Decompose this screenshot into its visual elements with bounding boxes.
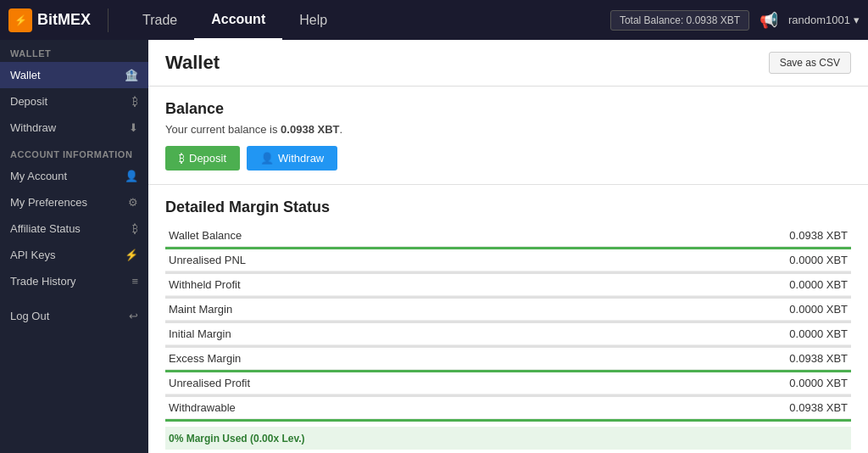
sidebar-deposit-label: Deposit — [10, 95, 47, 108]
margin-row: Withdrawable 0.0938 XBT — [165, 397, 851, 419]
margin-row: Initial Margin 0.0000 XBT — [165, 323, 851, 345]
preferences-icon: ⚙ — [121, 196, 138, 209]
balance-description: Your current balance is 0.0938 XBT. — [165, 123, 851, 136]
margin-row: Wallet Balance 0.0938 XBT — [165, 225, 851, 247]
logout-label: Log Out — [10, 310, 49, 322]
top-nav: ⚡ BitMEX Trade Account Help Total Balanc… — [0, 0, 868, 40]
account-icon: 👤 — [121, 170, 138, 182]
sidebar-withdraw-label: Withdraw — [10, 121, 56, 134]
nav-help[interactable]: Help — [282, 0, 344, 40]
username-label: random1001 — [788, 14, 850, 26]
balance-section-title: Balance — [165, 100, 851, 118]
balance-text-suffix: . — [339, 123, 342, 136]
logout-icon: ↩ — [121, 310, 138, 322]
balance-value: 0.0938 XBT — [281, 123, 339, 136]
margin-row-label: Unrealised PNL — [165, 249, 645, 271]
deposit-icon: ₿ — [179, 152, 185, 165]
sidebar-trade-history-label: Trade History — [10, 275, 76, 288]
deposit-button[interactable]: ₿ Deposit — [165, 146, 240, 171]
sidebar-preferences-label: My Preferences — [10, 196, 87, 209]
sidebar-account-header: Account Information — [0, 141, 148, 163]
sidebar-wallet-header: Wallet — [0, 40, 148, 62]
nav-trade[interactable]: Trade — [125, 0, 194, 40]
margin-row-label: Unrealised Profit — [165, 372, 645, 394]
sidebar-item-affiliate[interactable]: Affiliate Status ₿ — [0, 215, 148, 242]
margin-row: Unrealised PNL 0.0000 XBT — [165, 249, 851, 271]
user-menu[interactable]: random1001 ▾ — [788, 14, 860, 26]
wallet-icon: 🏦 — [121, 69, 138, 81]
margin-row-label: Maint Margin — [165, 299, 645, 321]
margin-table: Wallet Balance 0.0938 XBT Unrealised PNL… — [165, 225, 851, 422]
margin-row-value: 0.0938 XBT — [645, 397, 851, 419]
balance-section: Balance Your current balance is 0.0938 X… — [148, 87, 868, 185]
nav-account[interactable]: Account — [194, 0, 282, 40]
affiliate-icon: ₿ — [121, 222, 138, 235]
withdraw-label: Withdraw — [278, 152, 324, 165]
wallet-header: Wallet Save as CSV — [148, 40, 868, 87]
margin-row-value: 0.0938 XBT — [645, 225, 851, 247]
logo-icon: ⚡ — [8, 8, 32, 32]
content-area: Wallet Save as CSV Balance Your current … — [148, 40, 868, 453]
margin-row-value: 0.0000 XBT — [645, 372, 851, 394]
margin-row-value: 0.0000 XBT — [645, 249, 851, 271]
total-balance-badge: Total Balance: 0.0938 XBT — [610, 10, 749, 31]
sidebar-my-account-label: My Account — [10, 170, 67, 182]
sidebar-item-logout[interactable]: Log Out ↩ — [0, 303, 148, 329]
sidebar-item-deposit[interactable]: Deposit ₿ — [0, 88, 148, 115]
sidebar: Wallet Wallet 🏦 Deposit ₿ Withdraw ⬇ Acc… — [0, 40, 148, 453]
chevron-down-icon: ▾ — [854, 14, 860, 26]
balance-text-prefix: Your current balance is — [165, 123, 281, 136]
nav-right: Total Balance: 0.0938 XBT 📢 random1001 ▾ — [610, 10, 860, 31]
sidebar-item-api-keys[interactable]: API Keys ⚡ — [0, 242, 148, 268]
withdraw-button[interactable]: 👤 Withdraw — [247, 146, 337, 171]
sidebar-item-wallet[interactable]: Wallet 🏦 — [0, 62, 148, 88]
margin-row-label: Initial Margin — [165, 323, 645, 345]
margin-section: Detailed Margin Status Wallet Balance 0.… — [148, 185, 868, 453]
sidebar-item-my-preferences[interactable]: My Preferences ⚙ — [0, 189, 148, 215]
sidebar-wallet-label: Wallet — [10, 69, 41, 81]
margin-row-label: Withheld Profit — [165, 274, 645, 296]
margin-row-value: 0.0000 XBT — [645, 299, 851, 321]
withdraw-user-icon: 👤 — [260, 152, 274, 165]
save-csv-button[interactable]: Save as CSV — [769, 52, 851, 74]
nav-links: Trade Account Help — [125, 0, 610, 40]
margin-row: Unrealised Profit 0.0000 XBT — [165, 372, 851, 394]
deposit-label: Deposit — [189, 152, 226, 165]
margin-used-label: 0% Margin Used (0.00x Lev.) — [169, 433, 305, 445]
margin-row: Excess Margin 0.0938 XBT — [165, 348, 851, 370]
action-buttons: ₿ Deposit 👤 Withdraw — [165, 146, 851, 171]
margin-row-label: Wallet Balance — [165, 225, 645, 247]
margin-row-value: 0.0000 XBT — [645, 323, 851, 345]
margin-row: Maint Margin 0.0000 XBT — [165, 299, 851, 321]
margin-row-label: Excess Margin — [165, 348, 645, 370]
margin-row-label: Withdrawable — [165, 397, 645, 419]
notification-icon[interactable]: 📢 — [760, 11, 778, 30]
wallet-title: Wallet — [165, 52, 220, 74]
margin-row: Withheld Profit 0.0000 XBT — [165, 274, 851, 296]
withdraw-icon: ⬇ — [121, 121, 138, 134]
logo: ⚡ BitMEX — [8, 8, 108, 32]
sidebar-affiliate-label: Affiliate Status — [10, 222, 81, 235]
logo-text: BitMEX — [37, 11, 91, 29]
deposit-icon: ₿ — [121, 95, 138, 108]
history-icon: ≡ — [121, 275, 138, 288]
margin-row-value: 0.0000 XBT — [645, 274, 851, 296]
sidebar-item-trade-history[interactable]: Trade History ≡ — [0, 268, 148, 294]
main-layout: Wallet Wallet 🏦 Deposit ₿ Withdraw ⬇ Acc… — [0, 40, 868, 453]
margin-section-title: Detailed Margin Status — [165, 199, 851, 216]
sidebar-api-keys-label: API Keys — [10, 249, 55, 261]
margin-row-value: 0.0938 XBT — [645, 348, 851, 370]
sidebar-item-withdraw[interactable]: Withdraw ⬇ — [0, 115, 148, 141]
sidebar-item-my-account[interactable]: My Account 👤 — [0, 163, 148, 189]
api-icon: ⚡ — [121, 249, 138, 261]
margin-progress-row — [165, 419, 851, 422]
